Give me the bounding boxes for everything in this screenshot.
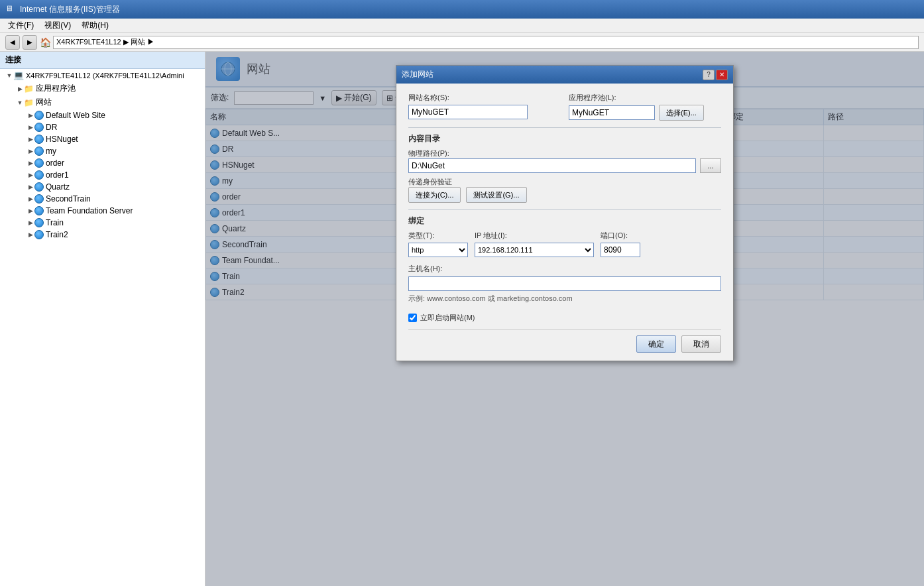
expander-train[interactable]: ▶: [27, 219, 34, 227]
tree-item-order[interactable]: ▶ order: [0, 157, 205, 169]
pass-auth-label: 传递身份验证: [408, 178, 452, 186]
tree-item-apppool[interactable]: ▶ 📁 应用程序池: [0, 82, 205, 95]
binding-ip-col: IP 地址(I): 192.168.120.111: [475, 231, 594, 257]
expander-quartz[interactable]: ▶: [27, 183, 34, 191]
binding-type-select[interactable]: http: [408, 243, 468, 257]
connect-as-button[interactable]: 连接为(C)...: [408, 187, 461, 203]
expander-hsnuget[interactable]: ▶: [27, 135, 34, 143]
tree-label-order: order: [46, 158, 64, 168]
expander-default-web[interactable]: ▶: [27, 111, 34, 119]
divider1: [408, 127, 721, 128]
globe-secondtrain: [34, 194, 44, 204]
menu-file[interactable]: 文件(F): [3, 19, 39, 32]
hostname-input[interactable]: [408, 276, 721, 291]
websites-icon: 📁: [24, 98, 34, 107]
globe-train: [34, 218, 44, 227]
expander-secondtrain[interactable]: ▶: [27, 195, 34, 203]
browse-button[interactable]: ...: [700, 158, 721, 173]
tree-item-websites[interactable]: ▼ 📁 网站: [0, 95, 205, 109]
tree-item-secondtrain[interactable]: ▶ SecondTrain: [0, 193, 205, 205]
tree-label-root: X4RK7F9LTE41L12 (X4RK7F9LTE41L12\Admini: [26, 72, 184, 80]
tree-label-default-web: Default Web Site: [46, 111, 105, 120]
test-settings-button[interactable]: 测试设置(G)...: [466, 187, 526, 203]
site-name-label: 网站名称(S):: [408, 93, 561, 103]
binding-ip-select[interactable]: 192.168.120.111: [475, 243, 594, 257]
auto-start-row: 立即启动网站(M): [408, 313, 721, 323]
tree-item-my[interactable]: ▶ my: [0, 145, 205, 157]
tree-item-default-web[interactable]: ▶ Default Web Site: [0, 109, 205, 121]
tree-label-hsnuget: HSNuget: [46, 135, 78, 144]
globe-tfs: [34, 206, 44, 215]
right-panel: 网站 筛选: ▼ ▶ 开始(G) ⊞ 全部显示(A) 分组依据: 不进行分组: [205, 52, 924, 586]
tree-item-quartz[interactable]: ▶ Quartz: [0, 181, 205, 193]
tree-item-root[interactable]: ▼ 💻 X4RK7F9LTE41L12 (X4RK7F9LTE41L12\Adm…: [0, 69, 205, 82]
select-app-pool-button[interactable]: 选择(E)...: [659, 105, 704, 121]
dialog-title: 添加网站: [402, 69, 433, 80]
connections-header: 连接: [0, 52, 205, 69]
expander-my[interactable]: ▶: [27, 147, 34, 155]
physical-path-input[interactable]: [408, 158, 696, 173]
tree-item-hsnuget[interactable]: ▶ HSNuget: [0, 133, 205, 145]
tree-label-my: my: [46, 146, 56, 156]
dialog-help-button[interactable]: ?: [703, 70, 715, 80]
expander-root[interactable]: ▼: [5, 72, 13, 80]
computer-icon: 💻: [13, 70, 24, 80]
globe-train2: [34, 230, 44, 239]
dialog-buttons: 确定 取消: [408, 329, 721, 353]
physical-path-label: 物理路径(P):: [408, 149, 449, 157]
site-name-row: 网站名称(S): 应用程序池(L): 选择(E)...: [408, 93, 721, 121]
title-bar-text: Internet 信息服务(IIS)管理器: [20, 4, 120, 15]
tree-item-train2[interactable]: ▶ Train2: [0, 229, 205, 241]
app-pool-input[interactable]: [569, 105, 655, 120]
divider2: [408, 209, 721, 210]
expander-websites[interactable]: ▼: [16, 99, 24, 107]
globe-default: [34, 111, 44, 120]
dialog-close-button[interactable]: ✕: [716, 70, 728, 80]
tree-item-dr[interactable]: ▶ DR: [0, 121, 205, 133]
address-field[interactable]: [53, 36, 919, 49]
left-panel: 连接 ▼ 💻 X4RK7F9LTE41L12 (X4RK7F9LTE41L12\…: [0, 52, 205, 586]
binding-port-col: 端口(O):: [601, 231, 640, 257]
cancel-button[interactable]: 取消: [681, 335, 721, 353]
expander-order[interactable]: ▶: [27, 159, 34, 167]
tree-label-apppool: 应用程序池: [36, 83, 76, 94]
globe-hsnuget: [34, 135, 44, 144]
expander-order1[interactable]: ▶: [27, 171, 34, 179]
globe-dr: [34, 123, 44, 132]
binding-type-col: 类型(T): http: [408, 231, 468, 257]
dialog-overlay: 添加网站 ? ✕ 网站名称(S): 应用程序: [205, 52, 924, 586]
expander-dr[interactable]: ▶: [27, 123, 34, 131]
apppool-icon: 📁: [24, 84, 34, 93]
binding-port-input[interactable]: [601, 243, 640, 257]
app-icon: 🖥: [5, 4, 16, 15]
menu-view[interactable]: 视图(V): [39, 19, 76, 32]
globe-my: [34, 146, 44, 156]
app-pool-col: 应用程序池(L): 选择(E)...: [569, 93, 721, 121]
globe-quartz: [34, 182, 44, 192]
auto-start-checkbox[interactable]: [408, 314, 417, 322]
expander-tfs[interactable]: ▶: [27, 207, 34, 215]
site-name-input[interactable]: [408, 105, 528, 119]
add-site-dialog: 添加网站 ? ✕ 网站名称(S): 应用程序: [396, 65, 734, 361]
tree-label-secondtrain: SecondTrain: [46, 194, 91, 204]
app-pool-label: 应用程序池(L):: [569, 93, 721, 103]
home-icon: 🏠: [40, 37, 50, 48]
back-button[interactable]: ◀: [5, 35, 20, 50]
expander-apppool[interactable]: ▶: [16, 85, 24, 93]
menu-help[interactable]: 帮助(H): [76, 19, 114, 32]
auth-buttons-row: 连接为(C)... 测试设置(G)...: [408, 187, 721, 203]
dialog-title-buttons: ? ✕: [703, 70, 728, 80]
expander-train2[interactable]: ▶: [27, 231, 34, 239]
tree-item-order1[interactable]: ▶ order1: [0, 169, 205, 181]
address-bar: ◀ ▶ 🏠: [0, 33, 924, 52]
binding-section-title: 绑定: [408, 215, 721, 227]
tree-item-train[interactable]: ▶ Train: [0, 217, 205, 229]
title-bar: 🖥 Internet 信息服务(IIS)管理器: [0, 0, 924, 19]
ok-button[interactable]: 确定: [636, 335, 676, 353]
hostname-label: 主机名(H):: [408, 264, 442, 272]
forward-button[interactable]: ▶: [23, 35, 37, 50]
tree-item-tfs[interactable]: ▶ Team Foundation Server: [0, 205, 205, 217]
binding-port-label: 端口(O):: [601, 231, 640, 241]
hostname-section: 主机名(H): 示例: www.contoso.com 或 marketing.…: [408, 264, 721, 304]
tree-label-quartz: Quartz: [46, 182, 70, 192]
